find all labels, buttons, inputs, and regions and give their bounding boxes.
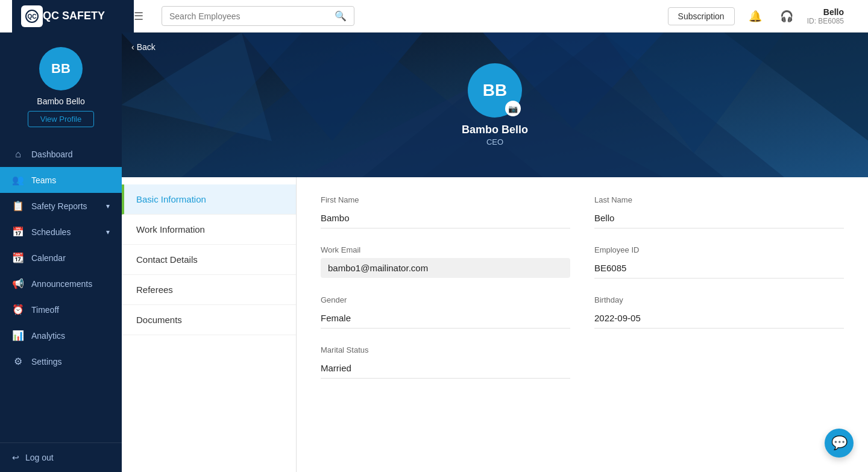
sidebar-item-analytics[interactable]: 📊 Analytics: [0, 323, 122, 348]
banner-title: CEO: [486, 137, 503, 146]
content-area: Basic Information Work Information Conta…: [122, 177, 868, 472]
last-name-value: Bello: [594, 208, 844, 228]
marital-status-label: Marital Status: [321, 345, 570, 354]
user-info: Bello ID: BE6085: [807, 7, 844, 25]
gender-value: Female: [321, 308, 570, 329]
sidebar-item-label: Dashboard: [31, 149, 73, 159]
search-input[interactable]: [169, 11, 335, 21]
side-menu-item-documents[interactable]: Documents: [122, 305, 296, 335]
calendar-icon: 📆: [12, 252, 24, 263]
profile-form: First Name Bambo Last Name Bello Work Em…: [297, 177, 868, 472]
sidebar-item-dashboard[interactable]: ⌂ Dashboard: [0, 142, 122, 167]
side-menu-item-contact-details[interactable]: Contact Details: [122, 245, 296, 275]
logo-area: QC QC SAFETY: [12, 0, 134, 33]
work-email-value: bambo1@mailinator.com: [321, 258, 570, 278]
subscription-button[interactable]: Subscription: [668, 7, 735, 25]
banner-profile-content: BB 📷 Bambo Bello CEO: [462, 63, 528, 146]
sidebar-item-announcements[interactable]: 📢 Announcements: [0, 271, 122, 297]
side-menu-item-work-info[interactable]: Work Information: [122, 215, 296, 245]
logo-text: QC SAFETY: [43, 10, 105, 22]
sidebar-item-safety-reports[interactable]: 📋 Safety Reports: [0, 193, 122, 219]
sidebar-item-calendar[interactable]: 📆 Calendar: [0, 245, 122, 271]
gender-field: Gender Female: [321, 295, 570, 329]
logout-icon: ↩: [12, 453, 19, 462]
logo-icon: QC: [21, 5, 43, 27]
sidebar-item-settings[interactable]: ⚙ Settings: [0, 348, 122, 374]
form-row-name: First Name Bambo Last Name Bello: [321, 195, 844, 228]
top-header: QC QC SAFETY ☰ 🔍 Subscription 🔔 🎧 Bello …: [0, 0, 868, 33]
sidebar-profile: BB Bambo Bello View Profile: [0, 33, 122, 137]
dashboard-icon: ⌂: [12, 149, 24, 160]
sidebar-item-label: Teams: [31, 175, 56, 185]
side-menu-item-referees[interactable]: Referees: [122, 275, 296, 305]
side-menu: Basic Information Work Information Conta…: [122, 177, 297, 472]
back-label: Back: [137, 42, 156, 52]
settings-icon: ⚙: [12, 356, 24, 367]
sidebar-profile-name: Bambo Bello: [37, 96, 84, 106]
sidebar-nav: ⌂ Dashboard 👥 Teams 📋 Safety Reports 📅 S…: [0, 137, 122, 442]
employee-id-field: Employee ID BE6085: [594, 245, 844, 278]
last-name-label: Last Name: [594, 195, 844, 204]
work-email-field: Work Email bambo1@mailinator.com: [321, 245, 570, 278]
employee-id-label: Employee ID: [594, 245, 844, 254]
banner-name: Bambo Bello: [462, 124, 528, 136]
notification-icon[interactable]: 🔔: [744, 5, 766, 27]
sidebar-avatar: BB: [39, 47, 83, 90]
birthday-label: Birthday: [594, 295, 844, 304]
analytics-icon: 📊: [12, 330, 24, 341]
view-profile-button[interactable]: View Profile: [28, 111, 94, 127]
schedules-icon: 📅: [12, 226, 24, 238]
sidebar: BB Bambo Bello View Profile ⌂ Dashboard …: [0, 33, 122, 472]
sidebar-item-label: Calendar: [31, 253, 66, 263]
search-icon[interactable]: 🔍: [335, 10, 347, 22]
svg-text:QC: QC: [28, 13, 37, 20]
last-name-field: Last Name Bello: [594, 195, 844, 228]
first-name-value: Bambo: [321, 208, 570, 228]
form-row-email: Work Email bambo1@mailinator.com Employe…: [321, 245, 844, 278]
teams-icon: 👥: [12, 174, 24, 186]
gender-label: Gender: [321, 295, 570, 304]
hamburger-icon[interactable]: ☰: [134, 10, 143, 23]
sidebar-item-label: Safety Reports: [31, 201, 87, 211]
sidebar-item-timeoff[interactable]: ⏰ Timeoff: [0, 297, 122, 323]
marital-status-field: Marital Status Married: [321, 345, 570, 379]
marital-status-value: Married: [321, 358, 570, 379]
sidebar-item-schedules[interactable]: 📅 Schedules: [0, 219, 122, 245]
chat-icon: 💬: [831, 435, 848, 451]
sidebar-item-label: Analytics: [31, 331, 65, 341]
sidebar-item-label: Announcements: [31, 279, 92, 289]
chat-bubble[interactable]: 💬: [825, 429, 854, 458]
side-menu-item-basic-info[interactable]: Basic Information: [122, 184, 296, 215]
form-row-marital: Marital Status Married: [321, 345, 844, 379]
employee-id-value: BE6085: [594, 258, 844, 278]
first-name-field: First Name Bambo: [321, 195, 570, 228]
announcements-icon: 📢: [12, 278, 24, 289]
safety-reports-icon: 📋: [12, 200, 24, 212]
first-name-label: First Name: [321, 195, 570, 204]
sidebar-item-label: Settings: [31, 357, 62, 367]
banner-avatar: BB 📷: [468, 63, 522, 118]
work-email-label: Work Email: [321, 245, 570, 254]
profile-banner: ‹ Back BB 📷 Bambo Bello CEO: [122, 33, 868, 177]
user-id: ID: BE6085: [807, 17, 844, 25]
logout-button[interactable]: ↩ Log out: [0, 442, 122, 472]
timeoff-icon: ⏰: [12, 304, 24, 315]
sidebar-item-label: Timeoff: [31, 305, 59, 315]
empty-field: [594, 345, 844, 379]
app-layout: BB Bambo Bello View Profile ⌂ Dashboard …: [0, 33, 868, 472]
sidebar-item-label: Schedules: [31, 227, 71, 237]
sidebar-item-teams[interactable]: 👥 Teams: [0, 167, 122, 193]
main-content: ‹ Back BB 📷 Bambo Bello CEO Basic Inform…: [122, 33, 868, 472]
search-box: 🔍: [162, 6, 354, 26]
headset-icon[interactable]: 🎧: [776, 5, 797, 27]
back-arrow-icon: ‹: [131, 42, 134, 52]
back-button[interactable]: ‹ Back: [131, 42, 156, 52]
birthday-value: 2022-09-05: [594, 308, 844, 329]
camera-button[interactable]: 📷: [505, 101, 521, 116]
form-row-gender: Gender Female Birthday 2022-09-05: [321, 295, 844, 329]
header-search-area: 🔍: [149, 6, 668, 26]
logout-label: Log out: [25, 453, 54, 462]
user-name: Bello: [823, 7, 844, 17]
header-right: Subscription 🔔 🎧 Bello ID: BE6085: [668, 5, 856, 27]
birthday-field: Birthday 2022-09-05: [594, 295, 844, 329]
